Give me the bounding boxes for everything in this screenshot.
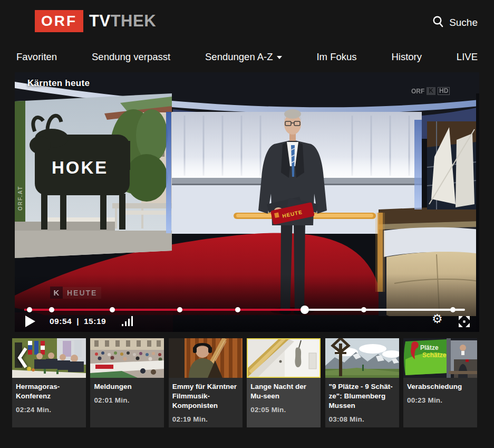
segment-title: "9 Plätze - 9 Schät-ze": Blumenberg Muss… — [325, 378, 399, 411]
segment-duration: 02:05 Min. — [247, 406, 321, 414]
carousel-prev-button[interactable] — [17, 346, 28, 371]
settings-gear-icon[interactable]: ⚙ — [432, 313, 443, 325]
progress-fill — [24, 309, 305, 311]
thumbnail — [169, 338, 243, 378]
orf-logo-box: ORF — [35, 10, 83, 32]
nav-item-sendungen-az[interactable]: Sendungen A-Z — [205, 51, 282, 63]
search-label: Suche — [449, 17, 478, 28]
segment-duration: 02:19 Min. — [169, 415, 243, 423]
playhead-handle[interactable] — [301, 306, 309, 314]
time-separator: | — [76, 317, 79, 326]
thumbnail — [325, 338, 399, 378]
segment-title: Meldungen — [90, 378, 164, 392]
nav-item-live[interactable]: LIVE — [457, 51, 478, 63]
playlist-card[interactable]: Meldungen 02:01 Min. — [90, 338, 164, 427]
fullscreen-icon[interactable] — [458, 315, 471, 330]
segment-duration: 02:24 Min. — [12, 406, 86, 414]
playlist-card[interactable]: "9 Plätze - 9 Schät-ze": Blumenberg Muss… — [325, 338, 399, 427]
thumbnail: Plätze Schätze — [403, 338, 477, 378]
nav-item-sendung-verpasst[interactable]: Sendung verpasst — [92, 51, 170, 63]
logo-thek-text: THEK — [111, 12, 156, 31]
time-display: 09:54 | 15:19 — [50, 317, 106, 326]
segment-duration: 03:08 Min. — [325, 415, 399, 423]
thumbnail — [247, 338, 321, 378]
hoke-sign-text: HOKE — [52, 158, 108, 177]
search-button[interactable]: Suche — [432, 15, 478, 30]
segment-title: Verabschiedung — [403, 378, 477, 392]
segment-title: Lange Nacht der Mu-seen — [247, 378, 321, 401]
orf-at-watermark: ORF.AT — [17, 186, 23, 211]
chapter-marker[interactable] — [49, 307, 54, 312]
chapter-marker[interactable] — [361, 307, 366, 312]
logo-tv-text: TV — [89, 12, 111, 31]
main-nav: Favoriten Sendung verpasst Sendungen A-Z… — [0, 46, 494, 68]
progress-track[interactable] — [24, 309, 465, 311]
video-title-overlay: Kärnten heute — [27, 78, 90, 89]
svg-text:Schätze: Schätze — [422, 351, 447, 359]
thumbnail — [90, 338, 164, 378]
svg-text:Plätze: Plätze — [420, 344, 439, 351]
nav-item-history[interactable]: History — [391, 51, 422, 63]
video-player[interactable]: HOKE ORF.AT — [15, 72, 479, 332]
segment-duration: 02:01 Min. — [90, 396, 164, 404]
playlist-card[interactable]: Emmy für Kärntner Filmmusik-Komponisten … — [169, 338, 243, 427]
chapter-marker[interactable] — [450, 307, 456, 312]
playlist-card[interactable]: Lange Nacht der Mu-seen 02:05 Min. — [247, 338, 321, 427]
header: ORF TV THEK Suche — [0, 0, 494, 46]
chapter-marker[interactable] — [27, 307, 32, 312]
search-icon — [432, 15, 444, 30]
chevron-left-icon — [17, 362, 28, 371]
segment-duration: 00:23 Min. — [403, 396, 477, 404]
playlist-card[interactable]: Plätze Schätze Verabschiedung 00:23 Min. — [403, 338, 477, 427]
segment-playlist: Hermagoras-Konferenz 02:24 Min. Meldunge… — [12, 338, 477, 427]
nav-item-favoriten[interactable]: Favoriten — [16, 51, 57, 63]
segment-title: Emmy für Kärntner Filmmusik-Komponisten — [169, 378, 243, 411]
total-time: 15:19 — [84, 317, 106, 326]
nav-item-im-fokus[interactable]: Im Fokus — [316, 51, 356, 63]
play-icon[interactable] — [25, 316, 35, 327]
segment-title: Hermagoras-Konferenz — [12, 378, 86, 401]
volume-icon[interactable] — [122, 316, 133, 326]
orf-tvthek-logo[interactable]: ORF TV THEK — [35, 10, 156, 32]
channel-bug-orf-k-hd: ORF K HD — [411, 87, 450, 95]
current-time: 09:54 — [50, 317, 72, 326]
chevron-down-icon — [277, 56, 282, 59]
